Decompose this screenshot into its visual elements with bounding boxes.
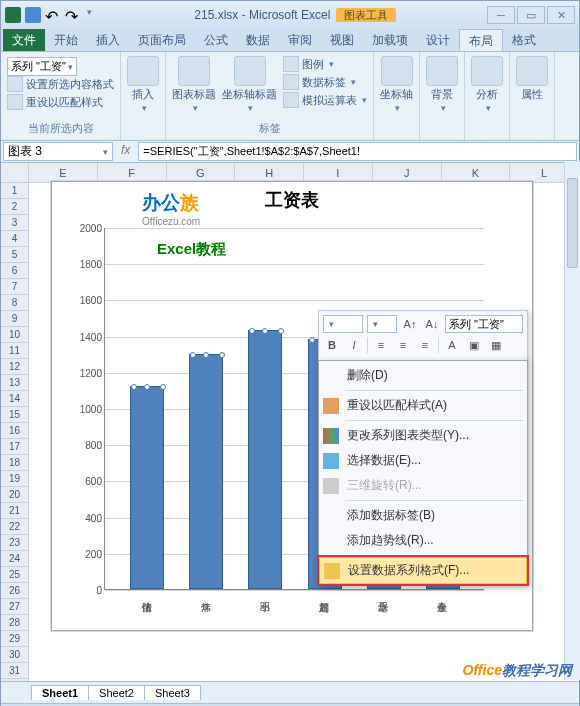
- tab-home[interactable]: 开始: [45, 29, 87, 51]
- mini-toolbar[interactable]: ▾ ▾ A↑ A↓ 系列 "工资" B I ≡ ≡ ≡ A: [318, 310, 528, 362]
- site-watermark: Office教程学习网: [463, 662, 572, 680]
- name-box[interactable]: 图表 3▾: [3, 142, 113, 161]
- properties-icon: [516, 56, 548, 86]
- insert-icon: [127, 56, 159, 86]
- align-center-icon[interactable]: ≡: [394, 336, 412, 354]
- watermark-brand: 办公族Officezu.com: [142, 190, 200, 227]
- menu-add-trendline[interactable]: 添加趋势线(R)...: [319, 528, 527, 553]
- bar-0[interactable]: [130, 386, 164, 589]
- excel-app-icon: [5, 7, 21, 23]
- formula-bar[interactable]: =SERIES("工资",Sheet1!$A$2:$A$7,Sheet1!: [138, 142, 577, 161]
- align-left-icon[interactable]: ≡: [372, 336, 390, 354]
- legend-icon: [283, 56, 299, 72]
- close-button[interactable]: ✕: [547, 6, 575, 24]
- bar-2[interactable]: [248, 330, 282, 589]
- analysis-button[interactable]: 分析▾: [471, 56, 503, 113]
- menu-format-data-series[interactable]: 设置数据系列格式(F)...: [319, 557, 527, 584]
- data-labels-icon: [283, 74, 299, 90]
- group-label-labels: 标签: [172, 121, 367, 136]
- row-headers[interactable]: for(let i=1;i<=31;i++)document.write('<d…: [1, 163, 29, 681]
- reset-style-button[interactable]: 重设以匹配样式: [7, 94, 114, 110]
- vertical-scrollbar[interactable]: [564, 162, 580, 680]
- sheet-tabs: Sheet1 Sheet2 Sheet3: [1, 681, 579, 703]
- font-family-field[interactable]: ▾: [323, 315, 363, 333]
- fx-label[interactable]: fx: [115, 141, 136, 162]
- redo-icon[interactable]: ↷: [65, 7, 81, 23]
- menu-select-data[interactable]: 选择数据(E)...: [319, 448, 527, 473]
- data-labels-button[interactable]: 数据标签▾: [283, 74, 367, 90]
- menu-change-chart-type[interactable]: 更改系列图表类型(Y)...: [319, 423, 527, 448]
- format-selection-icon: [7, 76, 23, 92]
- tab-layout[interactable]: 布局: [459, 29, 503, 51]
- menu-reset-style[interactable]: 重设以匹配样式(A): [319, 393, 527, 418]
- undo-icon[interactable]: ↶: [45, 7, 61, 23]
- border-icon[interactable]: ▦: [487, 336, 505, 354]
- group-label-selection: 当前所选内容: [7, 121, 114, 136]
- menu-3d-rotate: 三维旋转(R)...: [319, 473, 527, 498]
- worksheet-area: for(let i=1;i<=31;i++)document.write('<d…: [1, 163, 579, 681]
- chart-title-icon: [178, 56, 210, 86]
- ribbon: 系列 "工资"▾ 设置所选内容格式 重设以匹配样式 当前所选内容 插入▾ 图表标…: [1, 51, 579, 141]
- minimize-button[interactable]: ─: [487, 6, 515, 24]
- axis-titles-button[interactable]: 坐标轴标题▾: [222, 56, 277, 113]
- axis-titles-icon: [234, 56, 266, 86]
- tab-insert[interactable]: 插入: [87, 29, 129, 51]
- select-data-icon: [323, 453, 339, 469]
- menu-add-data-labels[interactable]: 添加数据标签(B): [319, 503, 527, 528]
- properties-button[interactable]: 属性: [516, 56, 548, 102]
- sheet-tab-3[interactable]: Sheet3: [144, 685, 201, 700]
- legend-button[interactable]: 图例▾: [283, 56, 367, 72]
- quick-access-toolbar[interactable]: ↶ ↷ ▾: [25, 7, 103, 23]
- shrink-font-icon[interactable]: A↓: [423, 315, 441, 333]
- sheet-tab-2[interactable]: Sheet2: [88, 685, 145, 700]
- chart-type-icon: [323, 428, 339, 444]
- format-series-icon: [324, 563, 340, 579]
- tab-format[interactable]: 格式: [503, 29, 545, 51]
- bold-icon[interactable]: B: [323, 336, 341, 354]
- background-icon: [426, 56, 458, 86]
- font-color-icon[interactable]: A: [443, 336, 461, 354]
- grow-font-icon[interactable]: A↑: [401, 315, 419, 333]
- tab-review[interactable]: 审阅: [279, 29, 321, 51]
- chart-title-button[interactable]: 图表标题▾: [172, 56, 216, 113]
- tab-file[interactable]: 文件: [3, 29, 45, 51]
- chart-element-selector[interactable]: 系列 "工资"▾: [7, 57, 77, 76]
- series-name-field[interactable]: 系列 "工资": [445, 315, 523, 333]
- save-icon[interactable]: [25, 7, 41, 23]
- data-table-icon: [283, 92, 299, 108]
- titlebar: ↶ ↷ ▾ 215.xlsx - Microsoft Excel 图表工具 ─ …: [1, 1, 579, 29]
- context-tab-group: 图表工具: [336, 8, 396, 22]
- fill-color-icon[interactable]: ▣: [465, 336, 483, 354]
- context-menu: 删除(D) 重设以匹配样式(A) 更改系列图表类型(Y)... 选择数据(E).…: [318, 360, 528, 586]
- bar-1[interactable]: [189, 354, 223, 589]
- insert-button[interactable]: 插入▾: [127, 56, 159, 113]
- reset-style-icon: [323, 398, 339, 414]
- menu-delete[interactable]: 删除(D): [319, 363, 527, 388]
- rotate-3d-icon: [323, 478, 339, 494]
- font-size-field[interactable]: ▾: [367, 315, 397, 333]
- axes-button[interactable]: 坐标轴▾: [380, 56, 413, 113]
- restore-button[interactable]: ▭: [517, 6, 545, 24]
- data-table-button[interactable]: 模拟运算表▾: [283, 92, 367, 108]
- italic-icon[interactable]: I: [345, 336, 363, 354]
- tab-design[interactable]: 设计: [417, 29, 459, 51]
- chart-object[interactable]: 办公族Officezu.com 工资表 Excel教程 工资 ▾ ▾ A↑ A↓…: [51, 181, 533, 631]
- column-headers[interactable]: EFGHIJKL: [29, 163, 579, 183]
- tab-page-layout[interactable]: 页面布局: [129, 29, 195, 51]
- background-button[interactable]: 背景▾: [426, 56, 458, 113]
- tab-addins[interactable]: 加载项: [363, 29, 417, 51]
- ribbon-tabs: 文件 开始 插入 页面布局 公式 数据 审阅 视图 加载项 设计 布局 格式: [1, 29, 579, 51]
- tab-view[interactable]: 视图: [321, 29, 363, 51]
- chart-title-text[interactable]: 工资表: [52, 182, 532, 214]
- format-selection-button[interactable]: 设置所选内容格式: [7, 76, 114, 92]
- formula-bar-row: 图表 3▾ fx =SERIES("工资",Sheet1!$A$2:$A$7,S…: [1, 141, 579, 163]
- qat-more-icon[interactable]: ▾: [87, 7, 103, 23]
- axes-icon: [381, 56, 413, 86]
- reset-style-icon: [7, 94, 23, 110]
- tab-data[interactable]: 数据: [237, 29, 279, 51]
- analysis-icon: [471, 56, 503, 86]
- tab-formulas[interactable]: 公式: [195, 29, 237, 51]
- sheet-tab-1[interactable]: Sheet1: [31, 685, 89, 700]
- window-title: 215.xlsx - Microsoft Excel 图表工具: [103, 8, 487, 23]
- align-right-icon[interactable]: ≡: [416, 336, 434, 354]
